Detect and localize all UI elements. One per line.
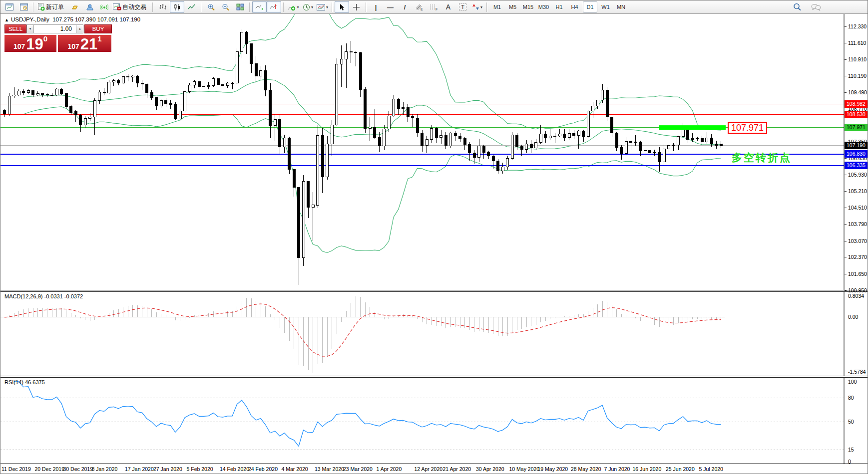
sell-button[interactable]: SELL	[4, 24, 26, 33]
collapse-panel-arrow-icon[interactable]: ▲	[4, 17, 9, 22]
bar-chart-icon	[159, 3, 167, 10]
horizontal-line-tool-button[interactable]: —	[383, 1, 398, 13]
date-label: 25 Jun 2020	[666, 466, 695, 472]
price-tick-label: 103.070	[848, 238, 867, 244]
macd-pane[interactable]: MACD(12,26,9) -0.0331 -0.0372	[0, 292, 868, 376]
toolbar-separator	[201, 2, 202, 12]
new-order-icon	[37, 3, 45, 11]
price-tick-mark	[845, 224, 847, 225]
cursor-tool-button[interactable]	[335, 1, 349, 13]
price-tick-label: 100.950	[848, 287, 867, 293]
arrows-tool-button[interactable]: ▾	[470, 1, 484, 13]
date-label: 21 Apr 2020	[443, 466, 471, 472]
sell-price-display[interactable]: 107 19 0	[4, 35, 56, 52]
equidistant-channel-icon: E	[415, 3, 424, 11]
zoom-out-button[interactable]	[218, 1, 233, 13]
timeframe-h1[interactable]: H1	[552, 1, 566, 12]
volume-input[interactable]	[34, 24, 76, 33]
autotrading-button[interactable]: 自动交易	[111, 1, 150, 13]
timeframe-w1[interactable]: W1	[598, 1, 613, 12]
caret-down-icon: ▾	[297, 5, 299, 9]
gold-ingot-icon	[71, 4, 79, 10]
timeframe-h4[interactable]: H4	[567, 1, 582, 12]
auto-scroll-icon	[255, 3, 264, 10]
timeframe-m15[interactable]: M15	[521, 1, 535, 12]
trendline-icon: /	[404, 3, 406, 11]
zoom-in-button[interactable]	[204, 1, 218, 13]
toolbar: 新订单 自动交易	[0, 0, 868, 14]
bar-chart-button[interactable]	[155, 1, 170, 13]
vertical-line-icon: |	[375, 3, 377, 11]
date-label: 27 Jan 2020	[153, 466, 182, 472]
new-order-button[interactable]: 新订单	[36, 1, 68, 13]
timeframe-m5[interactable]: M5	[505, 1, 520, 12]
timeframe-m1[interactable]: M1	[490, 1, 504, 12]
rsi-scale-label: 0	[848, 459, 851, 465]
chart-shift-button[interactable]	[267, 1, 281, 13]
auto-scroll-button[interactable]	[252, 1, 267, 13]
profiles-button[interactable]	[16, 1, 31, 13]
date-label: 5 Jul 2020	[699, 466, 723, 472]
search-button[interactable]	[790, 1, 805, 13]
vertical-line-tool-button[interactable]: |	[369, 1, 383, 13]
crosshair-tool-button[interactable]	[349, 1, 364, 13]
price-tick-mark	[845, 290, 847, 291]
rsi-canvas	[0, 378, 868, 464]
sell-price-pip: 0	[43, 36, 47, 42]
date-axis[interactable]: 11 Dec 201920 Dec 201930 Dec 20198 Jan 2…	[0, 464, 868, 474]
signals-icon	[100, 3, 108, 10]
zoom-out-icon	[222, 3, 230, 11]
periods-button[interactable]: ▾	[301, 1, 315, 13]
market-watch-button[interactable]	[68, 1, 82, 13]
rsi-pane[interactable]: RSI(14) 46.6375	[0, 378, 868, 464]
macd-scale-max: 0.8034	[848, 293, 864, 299]
macd-canvas	[0, 292, 868, 376]
timeframe-m30[interactable]: M30	[536, 1, 551, 12]
buy-button[interactable]: BUY	[84, 24, 112, 33]
chart-text-annotation[interactable]: 多空转折点	[732, 151, 792, 165]
timeframe-d1[interactable]: D1	[583, 1, 597, 12]
new-order-label: 新订单	[46, 3, 64, 11]
price-tick-mark	[845, 241, 847, 241]
charts-window-button[interactable]	[2, 1, 16, 13]
text-tool-button[interactable]: A	[441, 1, 455, 13]
date-label: 30 Dec 2019	[63, 466, 93, 472]
price-tick-mark	[845, 175, 847, 175]
text-label-tool-button[interactable]: T	[455, 1, 470, 13]
channel-tool-button[interactable]: E	[412, 1, 427, 13]
indicators-button[interactable]: ▾	[286, 1, 301, 13]
line-chart-button[interactable]	[184, 1, 199, 13]
caret-down-icon: ▾	[311, 5, 313, 9]
trendline-tool-button[interactable]: /	[398, 1, 412, 13]
rsi-scale-label: 50	[848, 419, 854, 425]
buy-price-display[interactable]: 107 21 1	[58, 35, 111, 52]
crosshair-icon	[353, 3, 360, 11]
price-badge: 106.335	[845, 162, 868, 169]
tile-windows-button[interactable]	[233, 1, 247, 13]
price-tick-mark	[845, 208, 847, 208]
macd-label: MACD(12,26,9) -0.0331 -0.0372	[4, 293, 83, 299]
svg-text:F: F	[435, 7, 437, 11]
price-tick-label: 105.930	[848, 172, 867, 178]
rsi-name: RSI(14)	[4, 379, 23, 385]
chart-title-ohlc: 107.275 107.390 107.091 107.190	[52, 16, 140, 22]
main-chart-pane[interactable]: ▲USDJPY-,Daily 107.275 107.390 107.091 1…	[0, 14, 868, 290]
date-label: 14 Feb 2020	[220, 466, 249, 472]
volume-increase-button[interactable]: ▾	[76, 24, 83, 33]
price-level-label[interactable]: 107.971	[728, 122, 767, 134]
candlestick-chart-button[interactable]	[170, 1, 184, 13]
chat-button[interactable]	[809, 1, 823, 13]
text-tool-icon: A	[446, 3, 450, 11]
date-label: 1 Apr 2020	[377, 466, 402, 472]
volume-decrease-button[interactable]: ▾	[26, 24, 34, 33]
text-label-icon: T	[459, 3, 466, 10]
rsi-scale-label: 15	[848, 447, 854, 453]
fibonacci-tool-button[interactable]: F	[427, 1, 441, 13]
toolbar-separator	[283, 2, 284, 12]
timeframe-mn[interactable]: MN	[614, 1, 628, 12]
date-label: 11 Dec 2019	[1, 466, 31, 472]
signals-button[interactable]	[97, 1, 111, 13]
terminal-button[interactable]	[82, 1, 97, 13]
templates-button[interactable]: ▾	[315, 1, 330, 13]
horizontal-line-icon: —	[387, 3, 394, 11]
